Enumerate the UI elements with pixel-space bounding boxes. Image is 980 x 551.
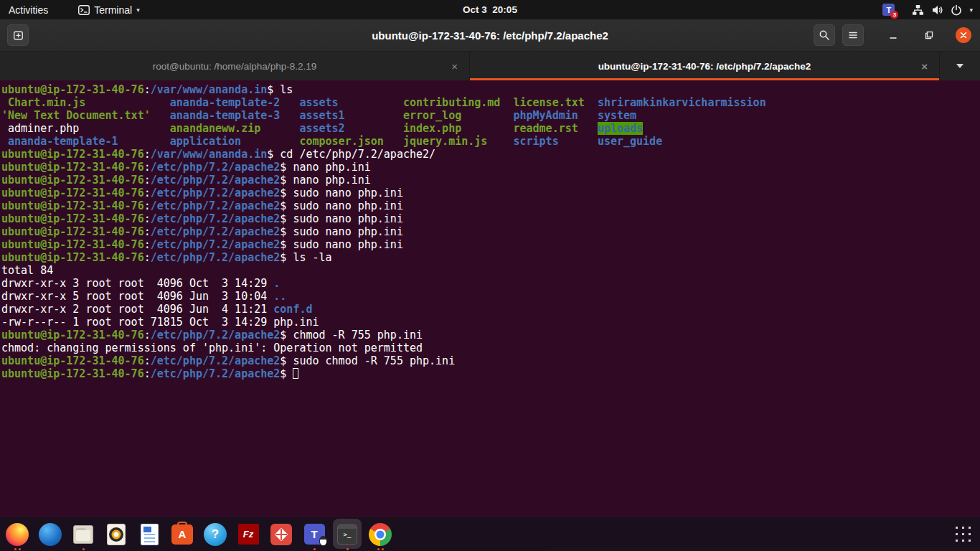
terminal-icon: >_ — [337, 524, 357, 545]
text-segment: $ ls — [267, 83, 293, 96]
text-segment: /etc/php/7.2/apache2 — [151, 225, 281, 238]
terminal-line: ubuntu@ip-172-31-40-76:/etc/php/7.2/apac… — [1, 212, 980, 225]
tab-close-icon[interactable]: × — [451, 61, 458, 72]
text-segment: ananda-template-2 — [170, 96, 281, 109]
tab-apache2[interactable]: ubuntu@ip-172-31-40-76: /etc/php/7.2/apa… — [470, 52, 940, 80]
dock-item-rhythmbox[interactable] — [100, 517, 133, 551]
text-segment: ananda-template-3 — [170, 109, 281, 122]
text-segment: Chart.min.js — [1, 96, 85, 109]
teams-tray-indicator[interactable]: T 3 — [874, 0, 903, 19]
files-icon — [73, 525, 93, 544]
text-segment: . — [273, 277, 280, 290]
ubuntu-software-icon: A — [171, 524, 193, 545]
dock-item-help[interactable]: ? — [199, 517, 232, 551]
text-segment: jquery.min.js — [403, 135, 487, 148]
dock-item-files[interactable] — [67, 517, 100, 551]
text-segment: /etc/php/7.2/apache2 — [151, 212, 281, 225]
tab-root-ubuntu[interactable]: root@ubuntu: /home/alpha/php-8.2.19 × — [0, 52, 470, 80]
dock-item-remmina[interactable] — [265, 517, 298, 551]
chevron-down-icon: ▾ — [136, 6, 140, 14]
text-segment: : — [144, 174, 151, 187]
thunderbird-icon — [39, 523, 62, 546]
search-button[interactable] — [814, 24, 835, 46]
dock-item-terminal[interactable]: >_ — [331, 517, 364, 551]
text-segment: /etc/php/7.2/apache2 — [151, 187, 281, 199]
terminal-line: ubuntu@ip-172-31-40-76:/etc/php/7.2/apac… — [1, 174, 980, 187]
text-segment: assets2 — [299, 122, 344, 135]
text-segment: $ nano php.ini — [280, 174, 370, 187]
text-segment: ubuntu@ip-172-31-40-76 — [1, 367, 144, 380]
text-segment: : — [144, 199, 151, 212]
dock-items: A?FzT>_ — [0, 517, 397, 551]
tab-label: ubuntu@ip-172-31-40-76: /etc/php/7.2/apa… — [598, 61, 811, 72]
text-segment: chmod: changing permissions of 'php.ini'… — [1, 342, 423, 354]
new-tab-button[interactable] — [7, 24, 29, 46]
show-applications-button[interactable] — [953, 524, 973, 544]
text-segment — [345, 122, 403, 135]
text-segment: /etc/php/7.2/apache2 — [151, 161, 281, 174]
tab-list-button[interactable] — [940, 52, 980, 80]
text-segment: /etc/php/7.2/apache2 — [151, 367, 281, 380]
text-segment: ubuntu@ip-172-31-40-76 — [1, 238, 144, 251]
text-segment: system — [598, 109, 636, 122]
terminal-line: ubuntu@ip-172-31-40-76:/etc/php/7.2/apac… — [1, 251, 980, 264]
dock-item-thunderbird[interactable] — [34, 517, 67, 551]
text-segment: assets — [299, 96, 338, 109]
menu-button[interactable] — [842, 24, 864, 46]
text-segment: : — [144, 225, 151, 238]
text-segment — [578, 109, 598, 122]
dock-item-teams[interactable]: T — [298, 517, 331, 551]
filezilla-icon: Fz — [238, 524, 259, 545]
app-menu-button[interactable]: Terminal ▾ — [70, 0, 148, 19]
activities-button[interactable]: Activities — [0, 0, 57, 19]
dock: A?FzT>_ — [0, 517, 980, 551]
running-indicator — [298, 548, 331, 550]
dock-item-writer[interactable] — [133, 517, 166, 551]
terminal-line: adminer.php anandaneww.zip assets2 index… — [1, 122, 980, 135]
text-segment: ubuntu@ip-172-31-40-76 — [1, 225, 144, 238]
text-segment: $ sudo chmod -R 755 php.ini — [280, 354, 455, 367]
terminal-line: ubuntu@ip-172-31-40-76:/var/www/ananda.i… — [1, 83, 980, 96]
text-segment: : — [144, 367, 151, 380]
terminal-app-icon — [78, 5, 90, 15]
text-segment — [339, 96, 403, 109]
teams-tray-icon: T 3 — [882, 4, 895, 16]
terminal-output[interactable]: ubuntu@ip-172-31-40-76:/var/www/ananda.i… — [0, 80, 980, 551]
text-segment: error_log — [403, 109, 461, 122]
text-segment: -rw-r--r-- 1 root root 71815 Oct 3 14:29… — [1, 316, 319, 329]
text-segment: /etc/php/7.2/apache2 — [151, 174, 281, 187]
terminal-line: ubuntu@ip-172-31-40-76:/etc/php/7.2/apac… — [1, 354, 980, 367]
text-segment — [578, 122, 598, 135]
dock-item-firefox[interactable] — [1, 517, 34, 551]
text-segment: uploads — [598, 122, 643, 135]
terminal-line: chmod: changing permissions of 'php.ini'… — [1, 342, 980, 354]
text-segment — [118, 135, 170, 148]
text-segment: ubuntu@ip-172-31-40-76 — [1, 187, 144, 199]
dock-item-chrome[interactable] — [364, 517, 397, 551]
text-segment: /etc/php/7.2/apache2 — [151, 329, 281, 342]
top-bar: Activities Terminal ▾ Oct 3 20:05 T 3 — [0, 0, 980, 19]
firefox-icon — [6, 523, 29, 546]
system-status-area[interactable]: ▾ — [903, 0, 980, 19]
text-segment: $ ls -la — [280, 251, 331, 264]
text-segment — [487, 135, 513, 148]
dock-item-ubuntu-software[interactable]: A — [166, 517, 199, 551]
teams-icon: T — [304, 524, 325, 545]
writer-icon — [141, 524, 159, 545]
text-segment: : — [144, 83, 151, 96]
text-segment: /var/www/ananda.in — [151, 148, 268, 161]
minimize-button[interactable] — [884, 26, 903, 44]
notification-badge: 3 — [890, 11, 898, 19]
text-segment: : — [144, 329, 151, 342]
text-segment: : — [144, 251, 151, 264]
close-button[interactable] — [956, 27, 971, 43]
text-segment: ubuntu@ip-172-31-40-76 — [1, 174, 144, 187]
text-segment — [585, 96, 598, 109]
restore-button[interactable] — [920, 26, 938, 44]
running-indicator — [364, 548, 397, 550]
text-segment: shriramkinkarvicharmission — [598, 96, 766, 109]
text-segment: .. — [273, 290, 286, 303]
text-segment: $ sudo nano php.ini — [280, 187, 403, 199]
dock-item-filezilla[interactable]: Fz — [232, 517, 265, 551]
tab-close-icon[interactable]: × — [921, 61, 928, 72]
